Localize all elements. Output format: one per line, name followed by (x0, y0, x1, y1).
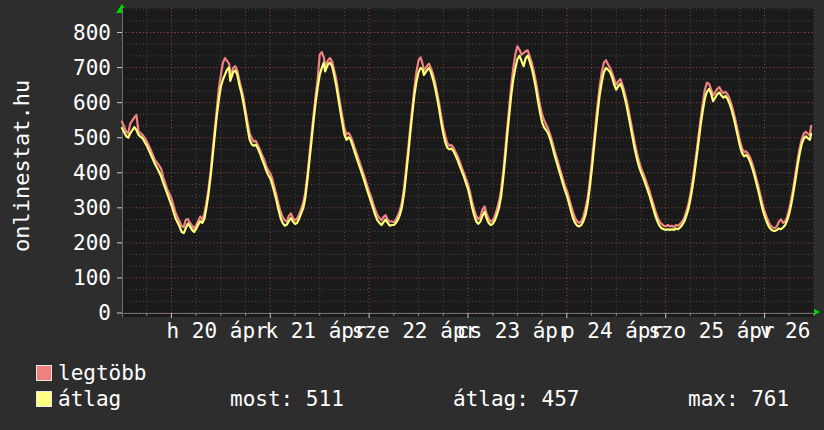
y-axis-tick-label: 400 (0, 161, 111, 185)
x-axis-day-label: v 26 ápr (760, 320, 824, 342)
y-axis-tick-label: 700 (0, 56, 111, 80)
legend-label-legtobb: legtöbb (58, 361, 147, 385)
onlinestat-graph-page: { "watermark": "onlinestat.hu", "legend"… (0, 0, 824, 430)
y-axis-labels: 0100200300400500600700800 (0, 8, 111, 317)
y-axis-tick-label: 200 (0, 231, 111, 255)
x-axis-day-label: cs 23 ápr (457, 320, 571, 342)
stat-max: max: 761 (688, 387, 789, 411)
legend-label-atlag: átlag (58, 387, 121, 411)
y-axis-tick-label: 500 (0, 126, 111, 150)
x-axis-day-label: szo 25 ápr (648, 320, 774, 342)
y-axis-tick-label: 600 (0, 91, 111, 115)
stat-most: most: 511 (230, 387, 344, 411)
y-axis-tick-label: 100 (0, 266, 111, 290)
legend-swatch-atlag (36, 391, 52, 407)
y-axis-tick-label: 800 (0, 21, 111, 45)
x-axis-labels: h 20 áprk 21 áprsze 22 áprcs 23 áprp 24 … (0, 320, 824, 344)
legend-swatch-legtobb (36, 365, 52, 381)
plot-area (112, 8, 816, 325)
x-axis-day-label: h 20 ápr (167, 320, 268, 342)
stat-atlag: átlag: 457 (453, 387, 579, 411)
y-axis-tick-label: 300 (0, 196, 111, 220)
